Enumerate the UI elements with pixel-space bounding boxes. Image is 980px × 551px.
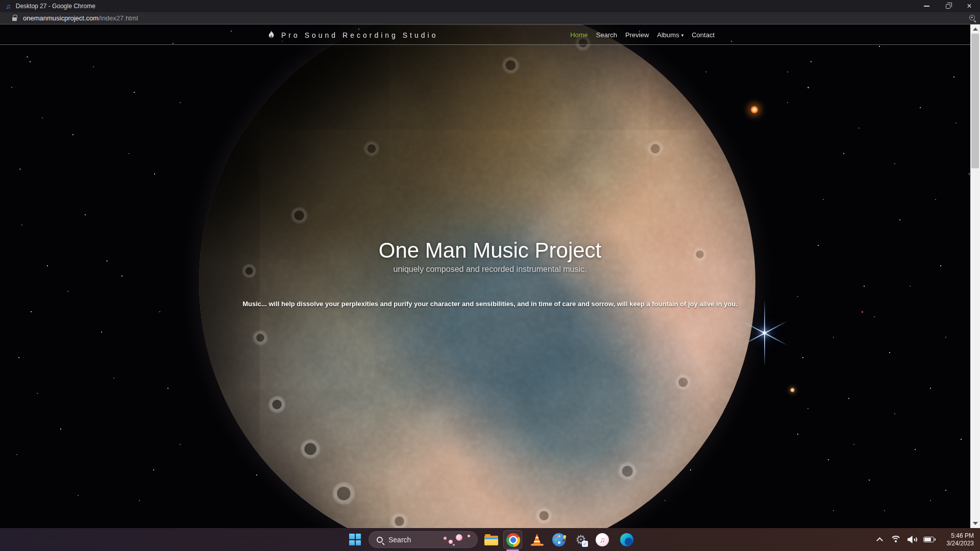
nav-link-albums[interactable]: Albums▾ xyxy=(657,31,683,39)
page-title: One Man Music Project xyxy=(0,238,980,263)
paint-icon xyxy=(552,533,566,546)
chrome-icon xyxy=(506,533,520,547)
restore-button[interactable] xyxy=(937,0,959,12)
nav-link-home[interactable]: Home xyxy=(570,31,588,39)
url-domain: onemanmusicproject.com xyxy=(23,14,99,22)
volume-button[interactable] xyxy=(904,536,920,543)
url-bar[interactable]: onemanmusicproject.com/index27.html xyxy=(0,12,980,24)
minimize-icon xyxy=(924,6,929,7)
page-subtitle: uniquely composed and recorded instrumen… xyxy=(0,265,980,274)
taskbar-edge[interactable] xyxy=(620,533,634,547)
taskbar-search-box[interactable]: Search xyxy=(369,531,478,548)
bright-orange-star xyxy=(750,105,759,114)
tray-time: 5:46 PM xyxy=(947,532,974,540)
start-button[interactable] xyxy=(349,534,361,545)
restore-icon xyxy=(946,4,950,9)
itunes-icon: ♫ xyxy=(596,533,609,546)
site-logo-text: Pro Sound Recording Studio xyxy=(281,31,438,39)
scrollbar-thumb[interactable] xyxy=(971,34,979,168)
search-icon xyxy=(377,537,383,543)
site-nav: Home Search Preview Albums▾ Contact xyxy=(570,31,715,39)
close-button[interactable]: × xyxy=(959,0,980,12)
nav-albums-label: Albums xyxy=(657,31,679,39)
bright-tan-star xyxy=(790,388,795,392)
url-text[interactable]: onemanmusicproject.com/index27.html xyxy=(23,14,138,22)
taskbar-paint[interactable] xyxy=(552,533,566,547)
vlc-icon xyxy=(531,534,544,546)
window-titlebar: ♫ Desktop 27 - Google Chrome × xyxy=(0,0,980,12)
taskbar-file-explorer[interactable] xyxy=(484,533,498,547)
chevron-down-icon: ▾ xyxy=(681,33,684,38)
url-path: /index27.html xyxy=(99,14,138,22)
scrollbar-down-arrow[interactable] xyxy=(973,522,978,525)
taskbar: Search ⚙ ✓ ♫ xyxy=(0,528,980,551)
site-logo[interactable]: Pro Sound Recording Studio xyxy=(268,31,438,40)
hidden-icons-button[interactable] xyxy=(872,537,888,543)
minimize-button[interactable] xyxy=(916,0,937,12)
cherry-blossom-decoration xyxy=(440,532,473,548)
chrome-active-underline xyxy=(506,549,519,551)
settings-gear-icon: ⚙ ✓ xyxy=(574,533,587,546)
edge-icon xyxy=(620,533,633,546)
tray-date: 3/24/2023 xyxy=(947,540,974,547)
webpage-viewport: Pro Sound Recording Studio Home Search P… xyxy=(0,24,980,528)
moon-image xyxy=(199,24,755,528)
battery-icon xyxy=(923,537,934,542)
check-badge-icon: ✓ xyxy=(582,541,588,547)
clock[interactable]: 5:46 PM 3/24/2023 xyxy=(947,532,974,547)
battery-button[interactable] xyxy=(920,537,938,542)
zoom-out-icon[interactable] xyxy=(969,15,975,20)
flame-icon xyxy=(268,31,275,40)
wifi-button[interactable] xyxy=(888,536,904,544)
system-tray: 5:46 PM 3/24/2023 xyxy=(872,528,980,551)
music-note-favicon-icon: ♫ xyxy=(6,3,11,10)
taskbar-vlc[interactable] xyxy=(530,533,544,547)
volume-icon xyxy=(908,536,917,543)
nav-link-preview[interactable]: Preview xyxy=(625,31,649,39)
site-header: Pro Sound Recording Studio Home Search P… xyxy=(0,26,980,45)
chevron-up-icon xyxy=(876,537,883,544)
wifi-icon xyxy=(890,536,901,544)
nav-link-contact[interactable]: Contact xyxy=(692,31,715,39)
window-title: Desktop 27 - Google Chrome xyxy=(16,3,95,10)
bright-blue-star xyxy=(763,331,766,335)
scrollbar-up-arrow[interactable] xyxy=(973,28,978,31)
quote-text: Music... will help dissolve your perplex… xyxy=(0,300,980,308)
taskbar-itunes[interactable]: ♫ xyxy=(595,533,609,547)
taskbar-chrome[interactable] xyxy=(506,533,520,547)
taskbar-settings[interactable]: ⚙ ✓ xyxy=(574,533,588,547)
nav-link-search[interactable]: Search xyxy=(596,31,617,39)
lock-icon[interactable] xyxy=(12,17,17,21)
search-placeholder: Search xyxy=(388,536,411,544)
file-explorer-icon xyxy=(484,534,498,545)
window-controls: × xyxy=(916,0,980,12)
page-scrollbar[interactable] xyxy=(970,24,980,528)
